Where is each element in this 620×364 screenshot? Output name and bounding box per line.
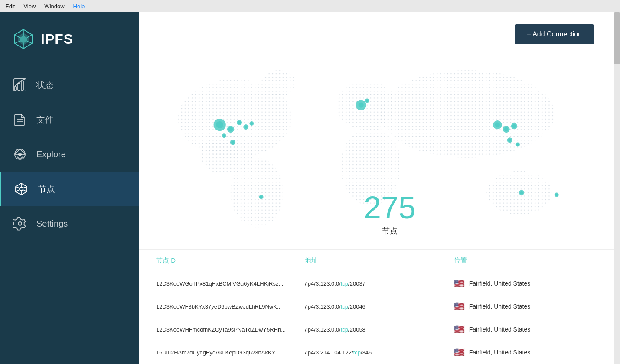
location-text: Fairfield, United States xyxy=(469,303,531,310)
svg-point-70 xyxy=(508,139,511,142)
svg-point-39 xyxy=(340,127,401,206)
svg-point-37 xyxy=(231,158,283,228)
svg-point-60 xyxy=(359,103,364,108)
svg-point-68 xyxy=(512,124,516,128)
file-icon xyxy=(12,112,28,127)
peer-address: /ip4/3.123.0.0/tcp/20037 xyxy=(305,280,454,287)
svg-point-26 xyxy=(20,187,23,191)
scroll-track[interactable] xyxy=(614,12,620,364)
main-content: + Add Connection xyxy=(139,12,620,364)
svg-point-24 xyxy=(19,153,21,156)
svg-point-72 xyxy=(516,143,519,146)
app-body: IPFS 状态 xyxy=(0,12,620,364)
peer-location: 🇺🇸Fairfield, United States xyxy=(454,301,603,312)
peer-location: 🇺🇸Fairfield, United States xyxy=(454,324,603,335)
sidebar-item-status[interactable]: 状态 xyxy=(0,68,139,102)
svg-point-76 xyxy=(555,193,558,196)
settings-icon xyxy=(12,216,28,231)
peer-location: 🇺🇸Fairfield, United States xyxy=(454,278,603,289)
svg-line-31 xyxy=(16,190,20,192)
explore-icon xyxy=(12,146,28,162)
peer-id: 16Uiu2HAm7dUydgEydAkLKepD93q623bAkKY... xyxy=(156,349,305,356)
svg-line-29 xyxy=(23,190,27,192)
sidebar-item-settings-label: Settings xyxy=(36,219,68,229)
svg-point-42 xyxy=(261,70,297,97)
svg-rect-11 xyxy=(21,81,23,90)
location-text: Fairfield, United States xyxy=(469,326,531,333)
peer-table: 节点ID 地址 位置 12D3KooWGoTPx81qHxBCMiVGu6yK4… xyxy=(139,249,620,364)
svg-point-33 xyxy=(18,222,22,225)
sidebar-item-status-label: 状态 xyxy=(36,79,54,91)
peer-address: /ip4/3.123.0.0/tcp/20058 xyxy=(305,326,454,333)
svg-point-62 xyxy=(366,100,369,102)
svg-rect-10 xyxy=(18,84,20,90)
col-header-id: 节点ID xyxy=(156,257,305,265)
logo-text: IPFS xyxy=(41,31,73,47)
add-connection-button[interactable]: + Add Connection xyxy=(515,24,594,44)
svg-point-46 xyxy=(228,127,233,131)
svg-line-32 xyxy=(16,187,20,188)
sidebar-logo: IPFS xyxy=(0,12,139,68)
svg-point-48 xyxy=(238,121,241,124)
svg-point-54 xyxy=(223,134,225,137)
svg-point-44 xyxy=(216,121,223,128)
map-area: 275 节点 xyxy=(139,44,620,249)
sidebar-item-nodes[interactable]: 节点 xyxy=(0,172,139,206)
flag-icon: 🇺🇸 xyxy=(454,278,465,289)
world-map-svg xyxy=(139,44,620,249)
table-row[interactable]: 12D3KooWHFmcdfnKZCyTa9sPNaTdZDwY5RHh... … xyxy=(139,318,620,341)
sidebar-item-explore[interactable]: Explore xyxy=(0,137,139,172)
menu-help[interactable]: Help xyxy=(73,3,85,10)
peer-id: 12D3KooWF3bKYx37yeD6bwBZwJdLfiRL9NwK... xyxy=(156,303,305,310)
sidebar-item-explore-label: Explore xyxy=(36,150,66,159)
flag-icon: 🇺🇸 xyxy=(454,347,465,358)
table-row[interactable]: 16Uiu2HAm7dUydgEydAkLKepD93q623bAkKY... … xyxy=(139,341,620,364)
menu-edit[interactable]: Edit xyxy=(5,3,15,10)
sidebar-nav: 状态 文件 xyxy=(0,68,139,241)
chart-icon xyxy=(12,77,28,93)
scroll-thumb[interactable] xyxy=(614,12,620,64)
svg-point-66 xyxy=(504,127,508,131)
svg-point-74 xyxy=(520,191,523,194)
svg-point-40 xyxy=(379,70,555,158)
svg-point-50 xyxy=(245,126,248,129)
table-row[interactable]: 12D3KooWF3bKYx37yeD6bwBZwJdLfiRL9NwK... … xyxy=(139,295,620,318)
sidebar-item-files[interactable]: 文件 xyxy=(0,102,139,137)
peer-address: /ip4/3.214.104.122/tcp/346 xyxy=(305,349,454,356)
col-header-address: 地址 xyxy=(305,257,454,265)
sidebar-item-files-label: 文件 xyxy=(36,114,54,126)
flag-icon: 🇺🇸 xyxy=(454,301,465,312)
peer-id: 12D3KooWGoTPx81qHxBCMiVGu6yK4LHKjRsz... xyxy=(156,280,305,287)
node-icon xyxy=(13,181,29,197)
menu-view[interactable]: View xyxy=(23,3,36,10)
table-rows: 12D3KooWGoTPx81qHxBCMiVGu6yK4LHKjRsz... … xyxy=(139,272,620,364)
location-text: Fairfield, United States xyxy=(469,280,531,287)
sidebar: IPFS 状态 xyxy=(0,12,139,364)
table-header: 节点ID 地址 位置 xyxy=(139,250,620,272)
ipfs-logo-icon xyxy=(12,28,35,50)
svg-point-52 xyxy=(250,122,253,125)
svg-point-64 xyxy=(495,122,500,127)
peer-id: 12D3KooWHFmcdfnKZCyTa9sPNaTdZDwY5RHh... xyxy=(156,326,305,333)
sidebar-item-nodes-label: 节点 xyxy=(38,183,55,195)
table-row[interactable]: 12D3KooWGoTPx81qHxBCMiVGu6yK4LHKjRsz... … xyxy=(139,272,620,295)
svg-line-28 xyxy=(23,187,27,188)
svg-rect-9 xyxy=(14,87,16,90)
peer-location: 🇺🇸Fairfield, United States xyxy=(454,347,603,358)
peer-address: /ip4/3.123.0.0/tcp/20046 xyxy=(305,303,454,310)
main-header: + Add Connection xyxy=(139,12,620,44)
sidebar-item-settings[interactable]: Settings xyxy=(0,206,139,241)
menu-bar: Edit View Window Help xyxy=(0,0,620,12)
flag-icon: 🇺🇸 xyxy=(454,324,465,335)
svg-point-58 xyxy=(260,196,263,198)
svg-point-56 xyxy=(231,141,234,144)
location-text: Fairfield, United States xyxy=(469,349,531,356)
col-header-location: 位置 xyxy=(454,257,603,265)
menu-window[interactable]: Window xyxy=(44,3,64,10)
